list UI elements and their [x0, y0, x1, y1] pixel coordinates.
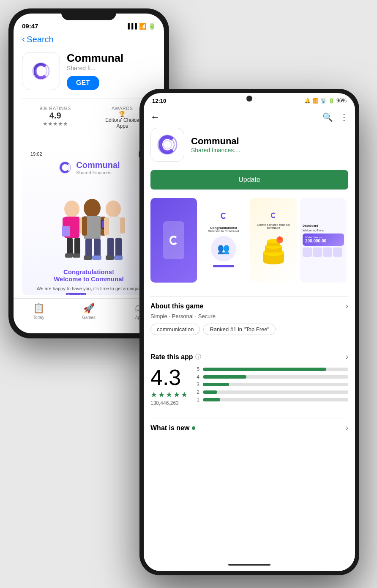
battery-icon: 🔋: [148, 23, 156, 30]
svg-point-23: [106, 201, 121, 217]
bar-row-2: 2: [196, 389, 348, 395]
tag-ranked[interactable]: Ranked #1 in "Top Free": [203, 324, 276, 335]
screenshot-4: Dashboard Welcome, Binno Wallet Balance …: [300, 198, 347, 283]
ratings-label: 98k RATINGS: [22, 106, 89, 111]
android-screenshots[interactable]: Congratulations! Welcome to Communal 👥: [144, 198, 355, 291]
communal-logo-svg: [30, 60, 52, 82]
ios-time: 09:47: [22, 22, 38, 30]
people-illustration: [46, 184, 131, 268]
about-section: About this game › Simple · Personal · Se…: [144, 302, 355, 342]
svg-rect-29: [106, 256, 114, 260]
ios-back-search[interactable]: ‹ Search: [22, 32, 156, 45]
star-4: ★: [173, 390, 180, 399]
tab-games[interactable]: 🚀 Games: [64, 303, 114, 320]
ios-get-button[interactable]: GET: [67, 76, 99, 90]
signal-icon-android: 📡: [320, 98, 327, 104]
congrats-title: Congratulations!: [35, 268, 143, 275]
notification-icon: 🔔: [304, 98, 311, 104]
svg-point-32: [161, 138, 174, 151]
screenshot-logo-3: [270, 212, 277, 219]
android-phone-screen: 12:10 🔔 📶 📡 🔋 96% ← 🔍 ⋮: [144, 93, 355, 571]
rate-chevron[interactable]: ›: [346, 352, 348, 361]
svg-rect-19: [84, 256, 92, 260]
about-subtitle: Simple · Personal · Secure: [150, 313, 348, 319]
battery-android: 🔋: [328, 98, 335, 104]
screenshot-logo-2: [219, 212, 228, 220]
ios-stats-bar: 98k RATINGS 4.9 ★★★★★ AWARDS 🏆 Editors' …: [22, 99, 156, 136]
games-label: Games: [82, 315, 96, 320]
ios-screenshot-section: 19:02 ▐▐▐ Communal Shared Finances: [22, 143, 156, 295]
android-app-bar: ← 🔍 ⋮: [144, 108, 355, 128]
bar-label-2: 2: [196, 389, 199, 395]
bar-row-4: 4: [196, 374, 348, 380]
today-label: Today: [33, 315, 44, 320]
android-time: 12:10: [152, 98, 166, 104]
android-status-icons: 🔔 📶 📡 🔋 96%: [304, 98, 347, 104]
svg-rect-15: [82, 217, 87, 236]
congrats-text-area: Congratulations! Welcome to Communal We …: [30, 268, 147, 295]
android-tags: communication Ranked #1 in "Top Free": [150, 324, 348, 335]
android-content[interactable]: ← 🔍 ⋮ Communal Sha: [144, 108, 355, 571]
android-camera: [246, 96, 252, 102]
signal-icon: ▐▐▐: [126, 23, 137, 29]
screenshot-1: [150, 198, 197, 283]
svg-rect-27: [107, 238, 114, 258]
apps-label: Apps: [117, 123, 128, 129]
rate-header: Rate this app ⓘ ›: [150, 352, 348, 361]
divider-3: [150, 418, 348, 418]
svg-point-33: [163, 140, 172, 149]
what-new-title: What is new: [150, 424, 189, 432]
tab-today[interactable]: 📋 Today: [14, 303, 64, 320]
bar-track-1: [203, 398, 348, 401]
ios-app-icon: [22, 52, 60, 90]
android-app-header: Communal Shared finances....: [144, 128, 355, 170]
screenshot-2: Congratulations! Welcome to Communal 👥: [200, 198, 247, 283]
star-2: ★: [158, 390, 165, 399]
bar-track-4: [203, 375, 348, 379]
screenshot-3: Create a shared financial adventure: [250, 198, 297, 283]
bar-row-5: 5: [196, 366, 348, 372]
android-phone: 12:10 🔔 📶 📡 🔋 96% ← 🔍 ⋮: [139, 89, 359, 575]
about-title: About this game: [150, 302, 203, 310]
what-new-chevron[interactable]: ›: [346, 423, 348, 432]
bar-row-3: 3: [196, 382, 348, 387]
rate-content: 4.3 ★ ★ ★ ★ ★ 130,446,263 5: [150, 366, 348, 406]
rate-title: Rate this app: [150, 353, 193, 361]
android-home-bar[interactable]: [228, 564, 270, 566]
rate-title-row: Rate this app ⓘ: [150, 353, 201, 361]
bar-label-3: 3: [196, 382, 199, 387]
android-communal-logo: [155, 132, 180, 157]
star-1: ★: [150, 390, 157, 399]
ios-app-subtitle: Shared fi...: [67, 65, 156, 71]
tag-communication[interactable]: communication: [150, 324, 200, 335]
ios-status-icons: ▐▐▐ 📶 🔋: [126, 23, 156, 30]
bar-label-1: 1: [196, 397, 199, 403]
android-update-button[interactable]: Update: [150, 170, 348, 190]
more-options-icon[interactable]: ⋮: [340, 112, 348, 122]
wifi-icon-android: 📶: [312, 98, 319, 104]
coin-stack-illustration: [257, 234, 290, 267]
android-back-button[interactable]: ←: [150, 112, 160, 123]
android-app-info: Communal Shared finances....: [191, 136, 240, 154]
bar-fill-4: [203, 375, 246, 379]
what-new-header: What is new ›: [150, 423, 348, 432]
svg-rect-12: [62, 226, 70, 236]
big-rating-area: 4.3 ★ ★ ★ ★ ★ 130,446,263: [150, 366, 188, 406]
rate-section: Rate this app ⓘ › 4.3 ★ ★ ★ ★ ★: [144, 352, 355, 413]
android-app-name: Communal: [191, 136, 240, 147]
svg-rect-11: [73, 253, 80, 258]
wifi-icon: 📶: [139, 23, 146, 30]
bar-fill-1: [203, 398, 220, 401]
congrats-body: We are happy to have you, it's time to g…: [35, 285, 143, 295]
bar-track-3: [203, 383, 348, 386]
search-icon-android[interactable]: 🔍: [322, 112, 333, 122]
search-back-label[interactable]: Search: [27, 35, 53, 44]
ios-screenshot-inner: 19:02 ▐▐▐ Communal Shared Finances: [22, 143, 156, 295]
android-bottom-nav: [144, 558, 355, 571]
congrats-subtitle: Welcome to Communal: [35, 275, 143, 283]
communal-logo-inner: [57, 160, 73, 175]
green-dot-indicator: [192, 426, 195, 430]
about-chevron[interactable]: ›: [346, 302, 348, 310]
battery-pct: 96%: [336, 98, 347, 104]
ios-app-name: Communal: [67, 52, 156, 65]
